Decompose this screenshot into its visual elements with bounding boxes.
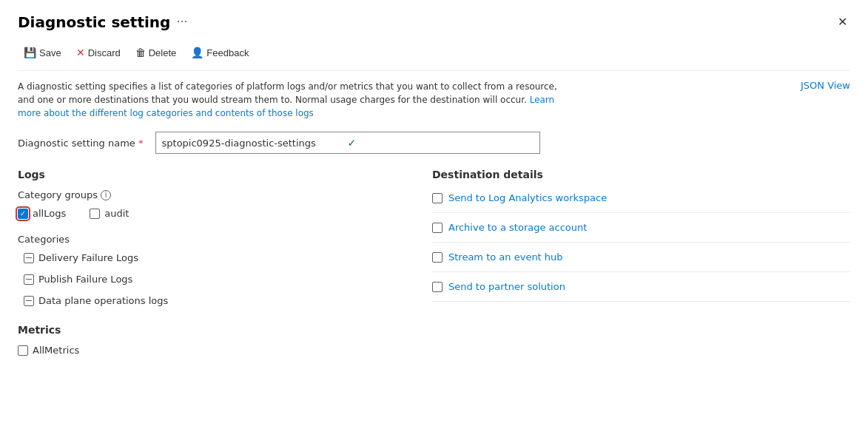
delete-icon: 🗑 (135, 47, 146, 58)
delivery-failure-checkbox[interactable] (24, 253, 34, 263)
title-left: Diagnostic setting ··· (18, 13, 188, 31)
publish-failure-item: Publish Failure Logs (18, 274, 403, 285)
left-panel: Logs Category groups i allLogs audit Cat… (18, 169, 403, 356)
info-section: A diagnostic setting specifies a list of… (18, 80, 850, 120)
setting-name-input-container[interactable]: sptopic0925-diagnostic-settings ✓ (155, 132, 540, 154)
data-plane-label: Data plane operations logs (38, 295, 168, 306)
metrics-section: Metrics AllMetrics (18, 324, 403, 356)
main-content: Logs Category groups i allLogs audit Cat… (18, 169, 850, 356)
partner-solution-checkbox[interactable] (432, 282, 443, 292)
allmetrics-label: AllMetrics (33, 345, 79, 356)
title-ellipsis: ··· (176, 15, 187, 29)
setting-name-row: Diagnostic setting name * sptopic0925-di… (18, 132, 850, 154)
data-plane-checkbox[interactable] (24, 296, 34, 306)
learn-more-link[interactable]: Learn (530, 95, 555, 105)
discard-icon: ✕ (76, 47, 85, 58)
logs-section-title: Logs (18, 169, 403, 180)
category-groups-info-icon: i (101, 190, 111, 200)
json-view-link[interactable]: JSON View (801, 80, 850, 91)
save-icon: 💾 (24, 47, 36, 58)
alllogs-checkbox-item[interactable]: allLogs (18, 208, 66, 219)
save-button[interactable]: 💾 Save (18, 44, 67, 61)
partner-solution-label[interactable]: Send to partner solution (448, 281, 565, 292)
metrics-section-title: Metrics (18, 324, 403, 336)
title-bar: Diagnostic setting ··· ✕ (18, 12, 850, 32)
categories-label: Categories (18, 234, 403, 245)
publish-failure-checkbox[interactable] (24, 274, 34, 285)
feedback-button[interactable]: 👤 Feedback (185, 44, 255, 61)
allmetrics-checkbox-item[interactable]: AllMetrics (18, 345, 403, 356)
destination-storage-account: Archive to a storage account (432, 213, 850, 243)
audit-checkbox-item[interactable]: audit (90, 208, 129, 219)
toolbar: 💾 Save ✕ Discard 🗑 Delete 👤 Feedback (18, 44, 850, 71)
log-categories-link[interactable]: more about the different log categories … (18, 108, 314, 118)
close-button[interactable]: ✕ (835, 12, 850, 32)
save-label: Save (39, 47, 61, 58)
data-plane-item: Data plane operations logs (18, 295, 403, 306)
publish-failure-label: Publish Failure Logs (38, 274, 132, 285)
dialog-title: Diagnostic setting (18, 13, 170, 31)
valid-icon: ✓ (348, 137, 534, 149)
category-groups-label: Category groups i (18, 189, 403, 200)
destination-log-analytics: Send to Log Analytics workspace (432, 183, 850, 213)
event-hub-checkbox[interactable] (432, 252, 443, 263)
delete-label: Delete (149, 47, 177, 58)
allmetrics-checkbox[interactable] (18, 345, 28, 356)
audit-label: audit (104, 208, 129, 219)
log-analytics-label[interactable]: Send to Log Analytics workspace (448, 192, 607, 203)
destination-details-title: Destination details (432, 169, 850, 180)
delivery-failure-label: Delivery Failure Logs (38, 252, 138, 263)
alllogs-checkbox[interactable] (18, 209, 28, 219)
discard-button[interactable]: ✕ Discard (70, 44, 127, 61)
storage-account-label[interactable]: Archive to a storage account (448, 222, 587, 233)
feedback-icon: 👤 (191, 47, 203, 58)
delivery-failure-item: Delivery Failure Logs (18, 252, 403, 263)
category-groups-checkboxes: allLogs audit (18, 208, 403, 219)
info-text-1: A diagnostic setting specifies a list of… (18, 81, 557, 92)
log-analytics-checkbox[interactable] (432, 193, 443, 203)
setting-name-value: sptopic0925-diagnostic-settings (162, 138, 348, 149)
storage-account-checkbox[interactable] (432, 223, 443, 233)
feedback-label: Feedback (206, 47, 249, 58)
alllogs-label: allLogs (33, 208, 66, 219)
right-panel: Destination details Send to Log Analytic… (432, 169, 850, 356)
setting-name-label: Diagnostic setting name * (18, 138, 144, 149)
diagnostic-setting-dialog: Diagnostic setting ··· ✕ 💾 Save ✕ Discar… (0, 0, 868, 426)
info-text-2: and one or more destinations that you wo… (18, 95, 527, 105)
event-hub-label[interactable]: Stream to an event hub (448, 251, 563, 263)
discard-label: Discard (88, 47, 121, 58)
audit-checkbox[interactable] (90, 209, 100, 219)
info-text: A diagnostic setting specifies a list of… (18, 80, 557, 120)
destination-partner-solution: Send to partner solution (432, 272, 850, 302)
destination-event-hub: Stream to an event hub (432, 243, 850, 272)
delete-button[interactable]: 🗑 Delete (129, 44, 183, 61)
required-star: * (138, 138, 144, 149)
